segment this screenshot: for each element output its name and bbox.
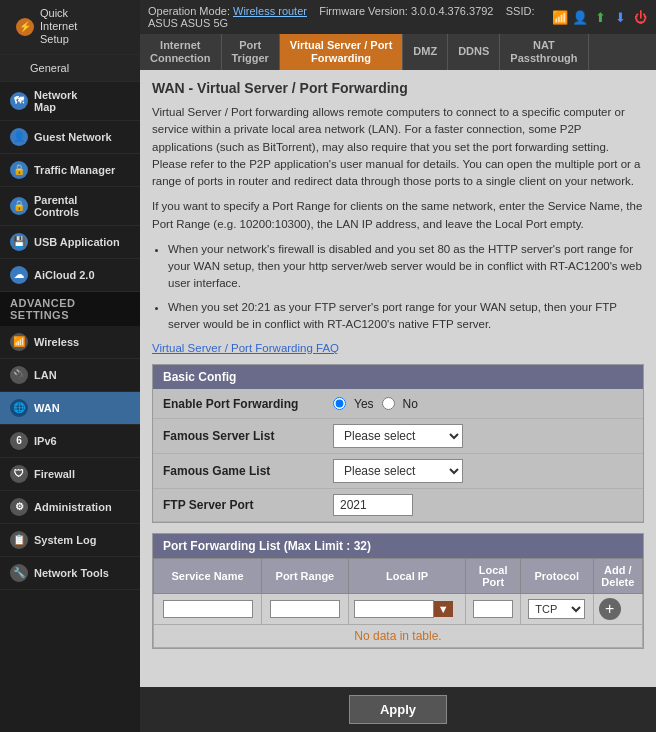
tab-port-trigger[interactable]: PortTrigger: [222, 34, 280, 70]
sidebar-item-parental-controls[interactable]: 🔒 ParentalControls: [0, 187, 140, 226]
traffic-manager-label: Traffic Manager: [34, 164, 115, 176]
col-local-ip: Local IP: [348, 559, 466, 594]
cell-local-ip-input[interactable]: ▼: [348, 594, 466, 625]
ipv6-icon: 6: [10, 432, 28, 450]
tab-nat-passthrough[interactable]: NATPassthrough: [500, 34, 588, 70]
wan-label: WAN: [34, 402, 60, 414]
port-forwarding-list-section: Port Forwarding List (Max Limit : 32) Se…: [152, 533, 644, 649]
cell-add-btn[interactable]: +: [593, 594, 642, 625]
local-ip-dropdown-btn[interactable]: ▼: [434, 601, 453, 617]
sidebar-item-network-map[interactable]: 🗺 NetworkMap: [0, 82, 140, 121]
radio-yes-label: Yes: [354, 397, 374, 411]
famous-server-row: Famous Server List Please select: [153, 419, 643, 454]
tab-virtual-server[interactable]: Virtual Server / PortForwarding: [280, 34, 404, 70]
system-log-label: System Log: [34, 534, 96, 546]
ftp-server-port-label: FTP Server Port: [163, 498, 333, 512]
wireless-label: Wireless: [34, 336, 79, 348]
famous-game-select[interactable]: Please select: [333, 459, 463, 483]
famous-game-value: Please select: [333, 459, 633, 483]
sidebar-item-general[interactable]: General: [0, 55, 140, 82]
radio-no[interactable]: [382, 397, 395, 410]
famous-game-label: Famous Game List: [163, 464, 333, 478]
administration-icon: ⚙: [10, 498, 28, 516]
famous-server-value: Please select: [333, 424, 633, 448]
cell-port-range-input[interactable]: [262, 594, 349, 625]
firewall-label: Firewall: [34, 468, 75, 480]
col-local-port: LocalPort: [466, 559, 521, 594]
operation-mode-label: Operation Mode:: [148, 5, 230, 17]
port-range-input[interactable]: [270, 600, 340, 618]
wan-icon: 🌐: [10, 399, 28, 417]
network-map-icon: 🗺: [10, 92, 28, 110]
enable-port-forwarding-value: Yes No: [333, 397, 633, 411]
sidebar-item-wireless[interactable]: 📶 Wireless: [0, 326, 140, 359]
usb-application-icon: 💾: [10, 233, 28, 251]
nav-tabs: InternetConnection PortTrigger Virtual S…: [140, 34, 656, 70]
sidebar-item-usb-application[interactable]: 💾 USB Application: [0, 226, 140, 259]
top-bar: Operation Mode: Wireless router Firmware…: [140, 0, 656, 34]
usb-application-label: USB Application: [34, 236, 120, 248]
add-row-button[interactable]: +: [599, 598, 621, 620]
service-name-input[interactable]: [163, 600, 253, 618]
guest-network-label: Guest Network: [34, 131, 112, 143]
famous-server-select[interactable]: Please select: [333, 424, 463, 448]
content-area: WAN - Virtual Server / Port Forwarding V…: [140, 70, 656, 687]
local-port-input[interactable]: [473, 600, 513, 618]
aicloud-icon: ☁: [10, 266, 28, 284]
page-title: WAN - Virtual Server / Port Forwarding: [152, 80, 644, 96]
cell-local-port-input[interactable]: [466, 594, 521, 625]
port-forwarding-list-header: Port Forwarding List (Max Limit : 32): [153, 534, 643, 558]
col-port-range: Port Range: [262, 559, 349, 594]
local-ip-input[interactable]: [354, 600, 434, 618]
power-icon[interactable]: ⏻: [632, 9, 648, 25]
advanced-settings-label: Advanced Settings: [0, 292, 140, 326]
port-forwarding-table: Service Name Port Range Local IP LocalPo…: [153, 558, 643, 648]
operation-mode-value[interactable]: Wireless router: [233, 5, 307, 17]
top-bar-icons: 📶 👤 ⬆ ⬇ ⏻: [552, 9, 648, 25]
sidebar-item-firewall[interactable]: 🛡 Firewall: [0, 458, 140, 491]
radio-yes[interactable]: [333, 397, 346, 410]
sidebar-item-quick-internet-setup[interactable]: ⚡ QuickInternetSetup: [0, 0, 140, 55]
ftp-server-port-input[interactable]: [333, 494, 413, 516]
network-tools-label: Network Tools: [34, 567, 109, 579]
enable-port-forwarding-row: Enable Port Forwarding Yes No: [153, 389, 643, 419]
general-label: General: [30, 62, 69, 74]
traffic-manager-icon: 🔒: [10, 161, 28, 179]
sidebar-item-traffic-manager[interactable]: 🔒 Traffic Manager: [0, 154, 140, 187]
apply-bar: Apply: [140, 687, 656, 732]
sidebar-item-wan[interactable]: 🌐 WAN: [0, 392, 140, 425]
port-forwarding-radio-group: Yes No: [333, 397, 418, 411]
radio-no-label: No: [403, 397, 418, 411]
aicloud-label: AiCloud 2.0: [34, 269, 95, 281]
col-add-delete: Add /Delete: [593, 559, 642, 594]
bullet2: When you set 20:21 as your FTP server's …: [168, 299, 644, 334]
firmware-label: Firmware Version:: [319, 5, 408, 17]
tab-dmz[interactable]: DMZ: [403, 34, 448, 70]
network-map-label: NetworkMap: [34, 89, 77, 113]
cell-protocol-select[interactable]: TCP UDP BOTH: [520, 594, 593, 625]
cell-service-name-input[interactable]: [154, 594, 262, 625]
sidebar-item-ipv6[interactable]: 6 IPv6: [0, 425, 140, 458]
administration-label: Administration: [34, 501, 112, 513]
sidebar-item-lan[interactable]: 🔌 LAN: [0, 359, 140, 392]
apply-button[interactable]: Apply: [349, 695, 447, 724]
download-icon: ⬇: [612, 9, 628, 25]
network-tools-icon: 🔧: [10, 564, 28, 582]
sidebar-item-network-tools[interactable]: 🔧 Network Tools: [0, 557, 140, 590]
sidebar-item-guest-network[interactable]: 👤 Guest Network: [0, 121, 140, 154]
sidebar-item-system-log[interactable]: 📋 System Log: [0, 524, 140, 557]
ssid-label: SSID:: [506, 5, 535, 17]
main-content: Operation Mode: Wireless router Firmware…: [140, 0, 656, 732]
basic-config-header: Basic Config: [153, 365, 643, 389]
basic-config-section: Basic Config Enable Port Forwarding Yes …: [152, 364, 644, 523]
guest-network-icon: 👤: [10, 128, 28, 146]
ftp-server-port-value: [333, 494, 633, 516]
tab-ddns[interactable]: DDNS: [448, 34, 500, 70]
lan-label: LAN: [34, 369, 57, 381]
bullet1: When your network's firewall is disabled…: [168, 241, 644, 293]
sidebar-item-aicloud[interactable]: ☁ AiCloud 2.0: [0, 259, 140, 292]
sidebar-item-administration[interactable]: ⚙ Administration: [0, 491, 140, 524]
protocol-select[interactable]: TCP UDP BOTH: [528, 599, 585, 619]
tab-internet-connection[interactable]: InternetConnection: [140, 34, 222, 70]
faq-link[interactable]: Virtual Server / Port Forwarding FAQ: [152, 342, 339, 354]
